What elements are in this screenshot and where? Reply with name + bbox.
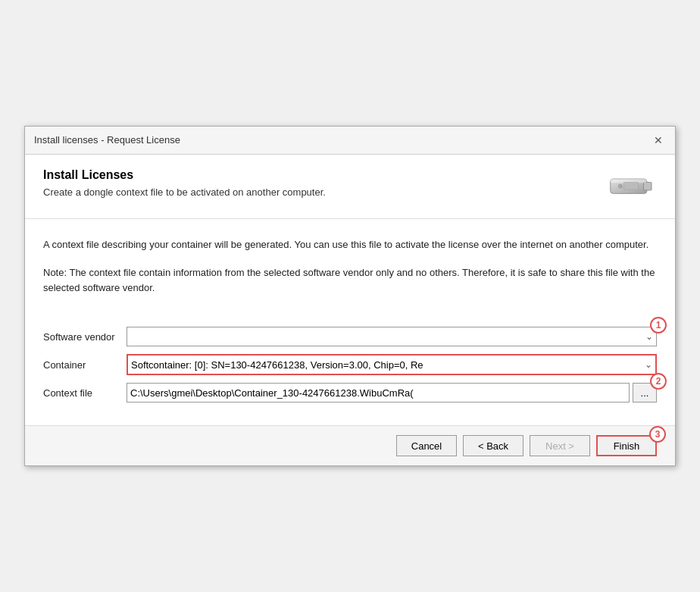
- software-vendor-label: Software vendor: [43, 331, 127, 343]
- main-window: Install licenses - Request License ✕ Ins…: [24, 126, 676, 466]
- usb-icon: [604, 168, 657, 206]
- browse-button[interactable]: ... 2: [633, 383, 657, 402]
- context-file-wrapper: ... 2: [127, 383, 657, 402]
- header-subtitle: Create a dongle context file to be activ…: [43, 186, 326, 198]
- software-vendor-dropdown-arrow: ⌄: [645, 331, 653, 342]
- context-file-row: Context file ... 2: [43, 383, 657, 402]
- close-button[interactable]: ✕: [651, 133, 666, 148]
- svg-rect-4: [623, 182, 638, 190]
- page-title: Install Licenses: [43, 168, 326, 182]
- note-text: Note: The context file contain informati…: [43, 265, 657, 297]
- next-button: Next >: [530, 435, 590, 456]
- svg-point-3: [618, 184, 622, 188]
- description-text: A context file describing your container…: [43, 237, 657, 253]
- header-section: Install Licenses Create a dongle context…: [25, 155, 675, 219]
- container-input[interactable]: [128, 356, 642, 374]
- form-section: Software vendor ⌄ 1 Container ⌄ Context …: [25, 327, 675, 425]
- container-row: Container ⌄: [43, 354, 657, 375]
- software-vendor-row: Software vendor ⌄ 1: [43, 327, 657, 346]
- context-file-input[interactable]: [127, 383, 630, 402]
- header-text: Install Licenses Create a dongle context…: [43, 168, 326, 198]
- container-dropdown-arrow[interactable]: ⌄: [642, 359, 655, 370]
- footer-section: Cancel < Back Next > Finish 3: [25, 425, 675, 465]
- software-vendor-select[interactable]: [127, 327, 645, 346]
- back-button[interactable]: < Back: [463, 435, 523, 456]
- badge-3: 3: [649, 426, 666, 443]
- cancel-button[interactable]: Cancel: [396, 435, 457, 456]
- content-section: A context file describing your container…: [25, 219, 675, 327]
- badge-1: 1: [650, 317, 667, 334]
- finish-button[interactable]: Finish 3: [596, 435, 657, 456]
- title-bar: Install licenses - Request License ✕: [25, 127, 675, 155]
- container-wrapper: ⌄: [127, 354, 657, 375]
- container-label: Container: [43, 359, 127, 371]
- context-file-label: Context file: [43, 387, 127, 399]
- software-vendor-wrapper: ⌄ 1: [127, 327, 657, 346]
- badge-2: 2: [650, 373, 667, 390]
- window-title: Install licenses - Request License: [34, 134, 180, 146]
- svg-rect-1: [644, 182, 652, 190]
